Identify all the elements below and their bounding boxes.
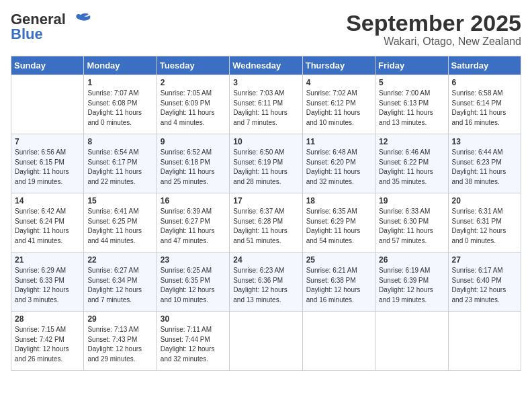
cell-content: Sunrise: 7:03 AM Sunset: 6:11 PM Dayligh… <box>233 89 298 128</box>
cell-content: Sunrise: 6:33 AM Sunset: 6:30 PM Dayligh… <box>379 207 444 246</box>
day-number: 1 <box>87 78 152 87</box>
calendar-cell: 5Sunrise: 7:00 AM Sunset: 6:13 PM Daylig… <box>375 75 448 134</box>
calendar-week-1: 1Sunrise: 7:07 AM Sunset: 6:08 PM Daylig… <box>11 75 521 134</box>
header-day-wednesday: Wednesday <box>230 56 302 75</box>
day-number: 6 <box>452 78 517 87</box>
calendar-cell: 21Sunrise: 6:29 AM Sunset: 6:33 PM Dayli… <box>11 253 84 312</box>
calendar-table: SundayMondayTuesdayWednesdayThursdayFrid… <box>11 56 521 371</box>
logo: General Blue <box>11 11 93 43</box>
calendar-cell: 15Sunrise: 6:41 AM Sunset: 6:25 PM Dayli… <box>84 193 157 253</box>
cell-content: Sunrise: 6:19 AM Sunset: 6:39 PM Dayligh… <box>379 266 444 305</box>
day-number: 19 <box>379 196 444 205</box>
calendar-cell <box>302 312 375 371</box>
day-number: 11 <box>306 137 371 146</box>
cell-content: Sunrise: 6:48 AM Sunset: 6:20 PM Dayligh… <box>306 148 371 187</box>
day-number: 13 <box>452 137 517 146</box>
day-number: 8 <box>87 137 152 146</box>
cell-content: Sunrise: 6:42 AM Sunset: 6:24 PM Dayligh… <box>15 207 80 246</box>
day-number: 5 <box>379 78 444 87</box>
cell-content: Sunrise: 6:46 AM Sunset: 6:22 PM Dayligh… <box>379 148 444 187</box>
calendar-cell: 12Sunrise: 6:46 AM Sunset: 6:22 PM Dayli… <box>375 134 448 193</box>
cell-content: Sunrise: 6:31 AM Sunset: 6:31 PM Dayligh… <box>452 207 517 246</box>
calendar-cell: 16Sunrise: 6:39 AM Sunset: 6:27 PM Dayli… <box>157 193 229 253</box>
cell-content: Sunrise: 7:11 AM Sunset: 7:44 PM Dayligh… <box>161 325 226 364</box>
calendar-cell: 13Sunrise: 6:44 AM Sunset: 6:23 PM Dayli… <box>448 134 521 193</box>
day-number: 4 <box>306 78 371 87</box>
location: Wakari, Otago, New Zealand <box>346 36 521 48</box>
day-number: 25 <box>306 255 371 265</box>
cell-content: Sunrise: 6:25 AM Sunset: 6:35 PM Dayligh… <box>161 266 226 305</box>
month-title: September 2025 <box>346 11 521 36</box>
day-number: 27 <box>452 255 517 265</box>
calendar-cell: 22Sunrise: 6:27 AM Sunset: 6:34 PM Dayli… <box>84 253 157 312</box>
calendar-cell: 7Sunrise: 6:56 AM Sunset: 6:15 PM Daylig… <box>11 134 84 193</box>
calendar-cell <box>448 312 521 371</box>
day-number: 23 <box>161 255 226 265</box>
cell-content: Sunrise: 6:23 AM Sunset: 6:36 PM Dayligh… <box>233 266 298 305</box>
calendar-cell: 8Sunrise: 6:54 AM Sunset: 6:17 PM Daylig… <box>84 134 157 193</box>
cell-content: Sunrise: 6:50 AM Sunset: 6:19 PM Dayligh… <box>233 148 298 187</box>
cell-content: Sunrise: 7:02 AM Sunset: 6:12 PM Dayligh… <box>306 89 371 128</box>
cell-content: Sunrise: 6:54 AM Sunset: 6:17 PM Dayligh… <box>87 148 152 187</box>
day-number: 16 <box>161 196 226 205</box>
calendar-cell: 2Sunrise: 7:05 AM Sunset: 6:09 PM Daylig… <box>157 75 229 134</box>
day-number: 22 <box>87 255 152 265</box>
cell-content: Sunrise: 6:58 AM Sunset: 6:14 PM Dayligh… <box>452 89 517 128</box>
calendar-cell <box>375 312 448 371</box>
calendar-cell: 1Sunrise: 7:07 AM Sunset: 6:08 PM Daylig… <box>84 75 157 134</box>
cell-content: Sunrise: 6:52 AM Sunset: 6:18 PM Dayligh… <box>161 148 226 187</box>
day-number: 12 <box>379 137 444 146</box>
header-day-tuesday: Tuesday <box>157 56 229 75</box>
day-number: 17 <box>233 196 298 205</box>
calendar-cell: 11Sunrise: 6:48 AM Sunset: 6:20 PM Dayli… <box>302 134 375 193</box>
day-number: 15 <box>87 196 152 205</box>
cell-content: Sunrise: 6:27 AM Sunset: 6:34 PM Dayligh… <box>87 266 152 305</box>
calendar-cell: 30Sunrise: 7:11 AM Sunset: 7:44 PM Dayli… <box>157 312 229 371</box>
cell-content: Sunrise: 6:37 AM Sunset: 6:28 PM Dayligh… <box>233 207 298 246</box>
day-number: 28 <box>15 314 80 324</box>
day-number: 14 <box>15 196 80 205</box>
cell-content: Sunrise: 6:56 AM Sunset: 6:15 PM Dayligh… <box>15 148 80 187</box>
cell-content: Sunrise: 6:35 AM Sunset: 6:29 PM Dayligh… <box>306 207 371 246</box>
calendar-cell: 3Sunrise: 7:03 AM Sunset: 6:11 PM Daylig… <box>230 75 302 134</box>
calendar-cell <box>11 75 84 134</box>
day-number: 30 <box>161 314 226 324</box>
header-day-saturday: Saturday <box>448 56 521 75</box>
calendar-week-3: 14Sunrise: 6:42 AM Sunset: 6:24 PM Dayli… <box>11 193 521 253</box>
calendar-week-2: 7Sunrise: 6:56 AM Sunset: 6:15 PM Daylig… <box>11 134 521 193</box>
logo-bird-icon <box>69 12 93 27</box>
day-number: 7 <box>15 137 80 146</box>
calendar-week-5: 28Sunrise: 7:15 AM Sunset: 7:42 PM Dayli… <box>11 312 521 371</box>
calendar-cell: 6Sunrise: 6:58 AM Sunset: 6:14 PM Daylig… <box>448 75 521 134</box>
cell-content: Sunrise: 7:13 AM Sunset: 7:43 PM Dayligh… <box>87 325 152 364</box>
day-number: 29 <box>87 314 152 324</box>
day-number: 2 <box>161 78 226 87</box>
cell-content: Sunrise: 7:05 AM Sunset: 6:09 PM Dayligh… <box>161 89 226 128</box>
calendar-cell: 19Sunrise: 6:33 AM Sunset: 6:30 PM Dayli… <box>375 193 448 253</box>
calendar-cell: 17Sunrise: 6:37 AM Sunset: 6:28 PM Dayli… <box>230 193 302 253</box>
calendar-cell: 29Sunrise: 7:13 AM Sunset: 7:43 PM Dayli… <box>84 312 157 371</box>
cell-content: Sunrise: 6:21 AM Sunset: 6:38 PM Dayligh… <box>306 266 371 305</box>
calendar-cell: 23Sunrise: 6:25 AM Sunset: 6:35 PM Dayli… <box>157 253 229 312</box>
header-day-friday: Friday <box>375 56 448 75</box>
header-day-sunday: Sunday <box>11 56 84 75</box>
header-day-monday: Monday <box>84 56 157 75</box>
header: General Blue September 2025 Wakari, Otag… <box>11 11 521 48</box>
day-number: 18 <box>306 196 371 205</box>
cell-content: Sunrise: 6:29 AM Sunset: 6:33 PM Dayligh… <box>15 266 80 305</box>
day-number: 3 <box>233 78 298 87</box>
calendar-cell: 9Sunrise: 6:52 AM Sunset: 6:18 PM Daylig… <box>157 134 229 193</box>
title-area: September 2025 Wakari, Otago, New Zealan… <box>346 11 521 48</box>
cell-content: Sunrise: 6:17 AM Sunset: 6:40 PM Dayligh… <box>452 266 517 305</box>
logo-blue: Blue <box>11 26 43 43</box>
day-number: 21 <box>15 255 80 265</box>
calendar-cell: 10Sunrise: 6:50 AM Sunset: 6:19 PM Dayli… <box>230 134 302 193</box>
header-day-thursday: Thursday <box>302 56 375 75</box>
cell-content: Sunrise: 7:15 AM Sunset: 7:42 PM Dayligh… <box>15 325 80 364</box>
cell-content: Sunrise: 7:07 AM Sunset: 6:08 PM Dayligh… <box>87 89 152 128</box>
day-number: 9 <box>161 137 226 146</box>
day-number: 20 <box>452 196 517 205</box>
day-number: 26 <box>379 255 444 265</box>
calendar-cell <box>230 312 302 371</box>
calendar-cell: 25Sunrise: 6:21 AM Sunset: 6:38 PM Dayli… <box>302 253 375 312</box>
